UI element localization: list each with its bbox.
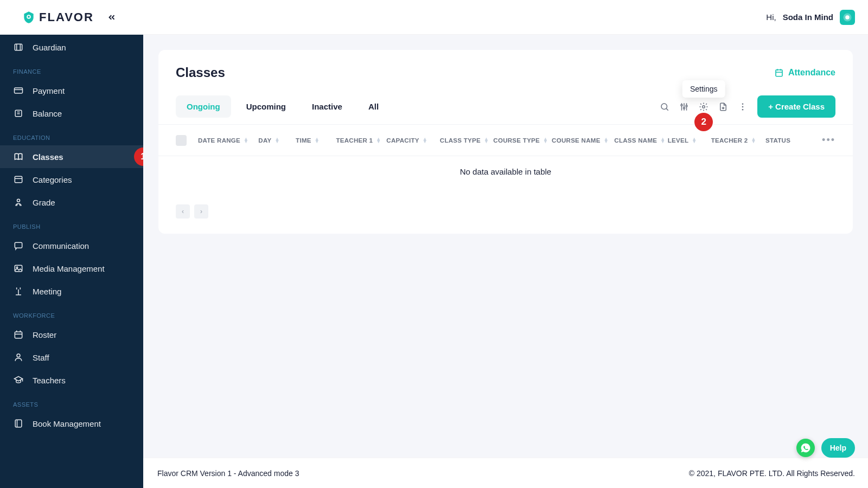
svg-rect-4	[15, 44, 22, 50]
user-area[interactable]: Hi, Soda In Mind	[766, 10, 855, 25]
th-date-range[interactable]: DATE RANGE▲▼	[198, 137, 258, 144]
chat-icon	[13, 240, 24, 251]
sidebar-item-label: Staff	[33, 353, 49, 362]
svg-point-3	[845, 15, 850, 20]
tab-inactive[interactable]: Inactive	[301, 95, 353, 118]
svg-point-20	[703, 105, 705, 108]
classes-card: Classes Attendance Ongoing Upcoming Inac…	[158, 50, 853, 234]
tab-ongoing[interactable]: Ongoing	[176, 95, 231, 118]
categories-icon	[13, 174, 24, 185]
create-class-button[interactable]: + Create Class	[757, 95, 835, 118]
th-level[interactable]: LEVEL▲▼	[668, 137, 711, 144]
sidebar-item-teachers[interactable]: Teachers	[0, 369, 143, 391]
th-day[interactable]: DAY▲▼	[258, 137, 296, 144]
tab-all[interactable]: All	[358, 95, 390, 118]
export-icon[interactable]	[718, 102, 728, 112]
sidebar-item-label: Teachers	[33, 376, 66, 385]
svg-point-22	[742, 106, 744, 107]
svg-point-19	[686, 105, 687, 107]
prev-page-button[interactable]: ‹	[176, 204, 190, 219]
svg-point-23	[742, 108, 744, 110]
help-button[interactable]: Help	[821, 438, 855, 458]
select-all-checkbox[interactable]	[176, 135, 198, 146]
user-avatar[interactable]	[840, 10, 855, 25]
sidebar-item-label: Media Management	[33, 264, 105, 273]
pagination: ‹ ›	[158, 196, 853, 234]
th-time[interactable]: TIME▲▼	[296, 137, 336, 144]
book-icon	[13, 151, 24, 162]
toolbar: Settings 2 + Create Class	[660, 95, 835, 118]
tabs: Ongoing Upcoming Inactive All	[176, 95, 390, 118]
svg-rect-6	[15, 110, 22, 117]
sidebar-item-label: Categories	[33, 175, 72, 184]
sidebar-collapse-button[interactable]	[107, 12, 117, 22]
tab-upcoming[interactable]: Upcoming	[235, 95, 297, 118]
greeting-prefix: Hi,	[766, 12, 776, 22]
floating-actions: Help	[796, 438, 855, 458]
more-icon[interactable]	[738, 102, 748, 112]
sidebar-item-roster[interactable]: Roster	[0, 323, 143, 346]
sidebar-item-label: Meeting	[33, 287, 61, 296]
meeting-icon	[13, 286, 24, 297]
settings-icon[interactable]: Settings 2	[699, 102, 709, 112]
logo-icon	[22, 10, 36, 24]
sidebar-item-label: Balance	[33, 109, 62, 118]
th-class-type[interactable]: CLASS TYPE▲▼	[440, 137, 493, 144]
next-page-button[interactable]: ›	[194, 204, 208, 219]
teachers-icon	[13, 375, 24, 386]
settings-tooltip: Settings	[682, 80, 725, 98]
calendar-icon	[774, 68, 784, 78]
sidebar-item-book-management[interactable]: Book Management	[0, 412, 143, 435]
user-name: Soda In Mind	[783, 12, 833, 22]
badge-1: 1	[134, 147, 143, 166]
svg-rect-7	[15, 176, 22, 183]
sidebar-item-payment[interactable]: Payment	[0, 79, 143, 102]
attendance-link[interactable]: Attendance	[774, 68, 835, 78]
page-title: Classes	[176, 65, 225, 80]
svg-rect-14	[15, 420, 22, 427]
sidebar-item-communication[interactable]: Communication	[0, 234, 143, 257]
sidebar-item-media-management[interactable]: Media Management	[0, 257, 143, 280]
whatsapp-button[interactable]	[796, 439, 815, 457]
sidebar-item-staff[interactable]: Staff	[0, 346, 143, 369]
th-course-name[interactable]: COURSE NAME▲▼	[552, 137, 614, 144]
svg-point-16	[661, 104, 667, 110]
guardian-icon	[13, 42, 24, 53]
filter-icon[interactable]	[679, 102, 689, 112]
th-teacher-2[interactable]: TEACHER 2▲▼	[711, 137, 765, 144]
search-icon[interactable]	[660, 102, 669, 112]
sidebar-item-grade[interactable]: Grade	[0, 191, 143, 214]
th-class-name[interactable]: CLASS NAME▲▼	[614, 137, 667, 144]
roster-icon	[13, 329, 24, 340]
sidebar-item-label: Grade	[33, 198, 55, 207]
svg-rect-12	[15, 332, 22, 338]
sidebar-item-classes[interactable]: Classes 1	[0, 145, 143, 168]
svg-point-8	[17, 199, 20, 202]
th-course-type[interactable]: COURSE TYPE▲▼	[493, 137, 552, 144]
sidebar-item-label: Payment	[33, 86, 65, 95]
table: DATE RANGE▲▼ DAY▲▼ TIME▲▼ TEACHER 1▲▼ CA…	[158, 124, 853, 196]
th-more[interactable]: •••	[822, 134, 835, 146]
svg-rect-5	[15, 88, 23, 93]
sidebar-item-guardian[interactable]: Guardian	[0, 36, 143, 59]
sidebar-item-meeting[interactable]: Meeting	[0, 280, 143, 303]
attendance-label: Attendance	[788, 68, 835, 78]
svg-point-18	[684, 107, 685, 108]
svg-rect-15	[776, 70, 782, 76]
sidebar-item-balance[interactable]: Balance	[0, 102, 143, 125]
sidebar-item-categories[interactable]: Categories	[0, 168, 143, 191]
media-icon	[13, 263, 24, 274]
svg-point-13	[17, 354, 20, 357]
th-teacher-1[interactable]: TEACHER 1▲▼	[336, 137, 386, 144]
sidebar-heading-publish: PUBLISH	[0, 214, 143, 234]
th-status[interactable]: STATUS	[765, 137, 822, 144]
th-capacity[interactable]: CAPACITY▲▼	[386, 137, 439, 144]
books-icon	[13, 418, 24, 429]
footer-version: Flavor CRM Version 1 - Advanced mode 3	[157, 469, 299, 478]
svg-point-17	[681, 104, 682, 106]
brand-logo[interactable]: FLAVOR	[22, 10, 94, 24]
sidebar-heading-education: EDUCATION	[0, 125, 143, 145]
top-header: FLAVOR Hi, Soda In Mind	[0, 0, 868, 35]
sidebar-item-label: Guardian	[33, 43, 66, 52]
grade-icon	[13, 197, 24, 208]
